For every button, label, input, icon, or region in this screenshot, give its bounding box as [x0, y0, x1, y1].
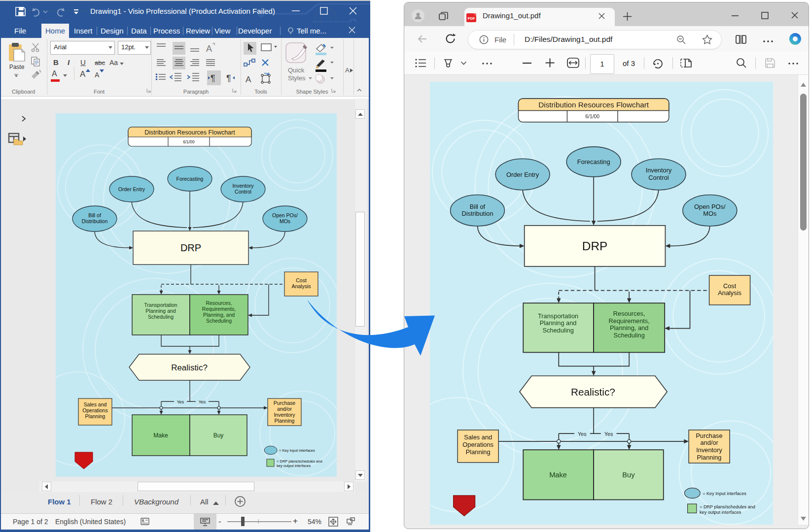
svg-text:¶: ¶ [211, 73, 215, 83]
svg-text:A: A [246, 75, 251, 84]
svg-text:Quick: Quick [288, 66, 305, 74]
svg-text:¶: ¶ [226, 73, 231, 83]
svg-text:A: A [206, 44, 212, 54]
svg-text:Styles: Styles [288, 74, 306, 82]
svg-text:PDF: PDF [468, 16, 475, 21]
